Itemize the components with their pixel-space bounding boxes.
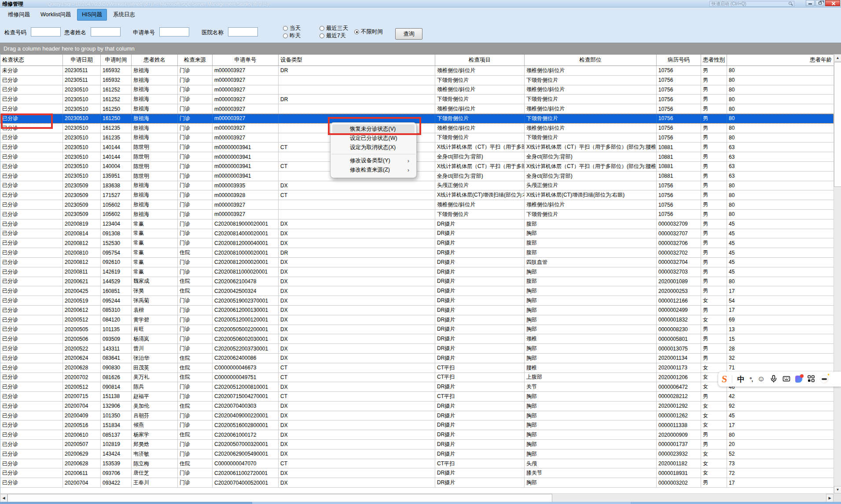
scroll-left-arrow-icon[interactable]: ◀ <box>0 494 7 502</box>
menu-item-修改设备类型(Y)[interactable]: 修改设备类型(Y)› <box>332 156 415 165</box>
table-row[interactable]: 已分诊20200516151834候燕门诊C20200516002800001D… <box>0 420 834 430</box>
search-icon[interactable] <box>789 2 793 6</box>
table-row[interactable]: 已分诊20200611093706唐仕芝门诊C20200611002720001… <box>0 468 834 478</box>
close-button[interactable] <box>825 0 840 6</box>
horizontal-scrollbar-thumb[interactable] <box>7 494 552 502</box>
input-检查号码[interactable] <box>31 27 61 37</box>
horizontal-scrollbar[interactable]: ◀ ▶ <box>0 493 834 502</box>
table-row[interactable]: 已分诊20200519095244张禹菊门诊C20200519002370001… <box>0 296 834 306</box>
column-header-患者姓名[interactable]: 患者姓名 <box>132 55 178 66</box>
column-header-申请时间[interactable]: 申请时间 <box>101 55 132 66</box>
table-row[interactable]: 已分诊20230510161250敖祖海门诊m000003927颈椎侧位/斜位片… <box>0 104 834 114</box>
cell: 已分诊 <box>0 325 63 334</box>
vertical-scrollbar-thumb[interactable] <box>834 62 841 187</box>
column-header-申请单号[interactable]: 申请单号 <box>213 55 279 66</box>
table-row[interactable]: 已分诊20200409101350吕朝芬门诊C20200409000220001… <box>0 411 834 421</box>
table-row[interactable]: 已分诊20200812152530常赢门诊C20200812000040001D… <box>0 238 834 248</box>
restore-button[interactable] <box>815 0 824 6</box>
vertical-scrollbar[interactable]: ▲ ▼ <box>834 54 841 493</box>
column-header-病历号码[interactable]: 病历号码 <box>657 55 701 66</box>
group-by-bar[interactable]: Drag a column header here to group by th… <box>0 43 841 54</box>
scroll-up-arrow-icon[interactable]: ▲ <box>834 54 841 62</box>
tab-HIS问题[interactable]: HIS问题 <box>77 9 107 21</box>
menu-item-设定为取消状态(X)[interactable]: 设定为取消状态(X) <box>332 143 415 152</box>
table-row[interactable]: 已分诊20230509105602敖祖海门诊m000003927下颌骨侧位片下颌… <box>0 210 834 219</box>
microphone-icon[interactable] <box>770 375 778 384</box>
table-row[interactable]: 已分诊20230510161252敖祖海门诊m000003927颈椎侧位/斜位片… <box>0 85 834 95</box>
table-row[interactable]: 已分诊20200811142619常赢门诊C20200811000020001D… <box>0 267 834 277</box>
table-row[interactable]: 已分诊20200715151138赵福平门诊C20200715004270001… <box>0 392 834 402</box>
table-row[interactable]: 已分诊20230510135951陈世明门诊m00000003941全身ct(部… <box>0 172 834 181</box>
tab-维修问题[interactable]: 维修问题 <box>4 9 34 20</box>
table-row[interactable]: 已分诊20200512090814陈兵门诊C20200512000810001D… <box>0 382 834 392</box>
table-row[interactable]: 已分诊20200505101135肖旺门诊C20200505002200001D… <box>0 325 834 335</box>
table-row[interactable]: 已分诊20200819123404常赢门诊C20200819000020001D… <box>0 219 834 229</box>
table-row[interactable]: 已分诊20200425160851张昊住院C2020042500324DXDR摄… <box>0 286 834 296</box>
table-row[interactable]: 已分诊20200507102819郑昊焓门诊C20200507000320001… <box>0 440 834 449</box>
radio-昨天[interactable]: 昨天 <box>283 32 301 40</box>
table-row[interactable]: 已分诊20200512084120黄学碧门诊C20200512000120001… <box>0 315 834 325</box>
column-header-患者性别[interactable]: 患者性别 <box>701 55 727 66</box>
table-row[interactable]: 已分诊20230510140004陈世明门诊m00000003941CTX线计算… <box>0 162 834 172</box>
quick-launch-input[interactable]: 快速启动 (Ctrl+Q) <box>709 1 794 7</box>
table-row[interactable]: 已分诊20230509105602敖祖海门诊m000003927颈椎侧位/斜位片… <box>0 200 834 210</box>
input-患者姓名[interactable] <box>91 27 121 37</box>
table-row[interactable]: 已分诊20200506093509杨清岚门诊C20200506002030001… <box>0 334 834 344</box>
table-row[interactable]: 已分诊20200621144529魏家成住院C2020062100478DXDR… <box>0 277 834 287</box>
column-header-申请日期[interactable]: 申请日期 <box>63 55 101 66</box>
scroll-down-arrow-icon[interactable]: ▼ <box>834 486 841 493</box>
table-row[interactable]: 已分诊20230509183638敖祖海门诊m000003935DX头颅正侧位片… <box>0 181 834 191</box>
column-header-患者年龄[interactable]: 患者年龄 <box>727 55 834 66</box>
table-row[interactable]: 已分诊20230511165932敖祖海门诊m000003927下颌骨侧位片下颌… <box>0 76 834 85</box>
radio-不限时间[interactable]: 不限时间 <box>354 28 383 36</box>
minimize-button[interactable] <box>806 0 815 6</box>
table-row[interactable]: 已分诊20200522143311曾川门诊C20200522003730001D… <box>0 344 834 354</box>
soft-keyboard-icon[interactable] <box>782 375 790 384</box>
radio-最近7天[interactable]: 最近7天 <box>320 32 345 40</box>
table-row[interactable]: 已分诊20200814091308常赢门诊C20200814000020001D… <box>0 229 834 239</box>
table-row[interactable]: 未分诊20230511165932敖祖海门诊m000003927DR颈椎侧位/斜… <box>0 66 834 76</box>
table-row[interactable]: 已分诊20200629143424韦济敏门诊C20200629005490001… <box>0 449 834 459</box>
table-row[interactable]: 已分诊20200704093422王奉川门诊C20200704000520001… <box>0 478 834 488</box>
table-row[interactable]: 已分诊20200812092610常赢门诊C20200812000020001D… <box>0 258 834 267</box>
table-row[interactable]: 已分诊20230510140144陈世明门诊m00000003941全身ct(部… <box>0 152 834 162</box>
table-row[interactable]: 已分诊20200810095754常赢住院C20200810000020001D… <box>0 248 834 258</box>
tab-系统日志[interactable]: 系统日志 <box>109 9 140 20</box>
column-header-设备类型[interactable]: 设备类型 <box>279 55 435 66</box>
table-row[interactable]: 已分诊20200702081626吴万礼住院C0000000049751CTCT… <box>0 373 834 383</box>
sogou-logo-icon[interactable]: S <box>721 374 728 384</box>
column-header-检查项目[interactable]: 检查项目 <box>435 55 525 66</box>
column-header-检查来源[interactable]: 检查来源 <box>178 55 213 66</box>
cell: 102819 <box>101 440 132 449</box>
table-row[interactable]: 已分诊20200610085137杨家学住院C2020061000172DXDR… <box>0 430 834 440</box>
column-header-检查状态[interactable]: 检查状态 <box>0 55 63 66</box>
emoji-icon[interactable]: ☺ <box>757 375 765 383</box>
radio-最近三天[interactable]: 最近三天 <box>320 25 348 32</box>
query-button[interactable]: 查询 <box>395 28 422 40</box>
table-row[interactable]: 已分诊20200628090830田茂英住院C0000000046673CTCT… <box>0 363 834 373</box>
table-row[interactable]: 已分诊20200624083641张治华住院C2020062400086DXDR… <box>0 354 834 363</box>
assistant-icon[interactable] <box>820 375 829 383</box>
table-row[interactable]: 已分诊20230509171527敖祖海门诊m000003928CTX线计算机体… <box>0 190 834 200</box>
punctuation-icon[interactable]: °‚ <box>749 376 753 383</box>
column-header-检查部位[interactable]: 检查部位 <box>525 55 657 66</box>
input-申请单号[interactable] <box>159 27 189 37</box>
input-医院名称[interactable] <box>228 27 258 37</box>
chinese-mode-icon[interactable]: 中 <box>737 374 745 384</box>
radio-当天[interactable]: 当天 <box>283 25 301 32</box>
table-row[interactable]: 已分诊20230510161252敖祖海门诊m000003927DR下颌骨侧位片… <box>0 95 834 104</box>
skin-icon[interactable] <box>795 376 802 383</box>
table-row[interactable]: 已分诊20200612085310袁楷门诊C20200612000130001D… <box>0 306 834 315</box>
table-row[interactable]: 已分诊20200704132906吴加伦住院C2020070400303DXDR… <box>0 402 834 411</box>
menu-item-设定已分诊状态(W)[interactable]: 设定已分诊状态(W) <box>332 134 415 143</box>
menu-item-修改检查来源(Z)[interactable]: 修改检查来源(Z)› <box>332 165 415 175</box>
cell: 颈椎侧位/斜位片 <box>435 124 525 133</box>
cell: 0000005801 <box>657 334 701 343</box>
table-row[interactable]: 已分诊20200628153539陈立梅住院C0000000047070CTCT… <box>0 459 834 469</box>
table-row[interactable]: 已分诊20230510140144陈世明门诊m00000003941CTX线计算… <box>0 142 834 152</box>
cell: 颈椎侧位/斜位片 <box>435 200 525 209</box>
toolbox-icon[interactable] <box>807 375 815 384</box>
tab-Worklist问题[interactable]: Worklist问题 <box>36 9 75 20</box>
cell: 0000018931 <box>657 468 701 478</box>
scroll-right-arrow-icon[interactable]: ▶ <box>826 494 834 502</box>
